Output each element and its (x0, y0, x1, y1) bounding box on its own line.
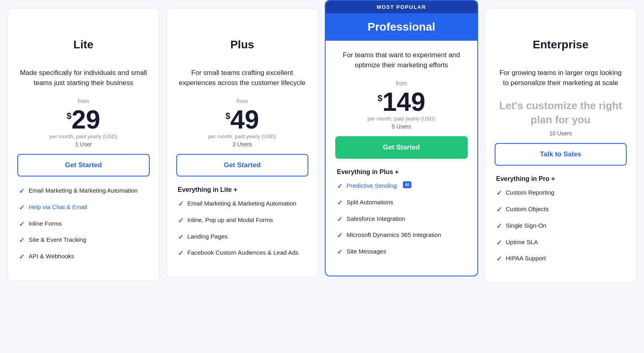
check-icon-lite-2: ✓ (19, 220, 25, 229)
price-period-professional: per month, paid yearly (USD) (367, 116, 435, 122)
check-icon-enterprise-0: ✓ (496, 189, 502, 198)
feature-item-lite-1: ✓ Help via Chat & Email (19, 203, 148, 213)
price-amount-plus: 49 (230, 107, 259, 133)
feature-text-plus-1: Inline, Pop up and Modal Forms (188, 216, 273, 224)
check-icon-plus-2: ✓ (178, 233, 184, 242)
plan-description-plus: For small teams crafting excellent exper… (167, 58, 318, 95)
feature-item-enterprise-2: ✓ Single Sign-On (496, 221, 625, 231)
feature-item-plus-1: ✓ Inline, Pop up and Modal Forms (178, 216, 307, 226)
price-dollar-plus: $ (225, 111, 230, 121)
feature-text-lite-3: Site & Event Tracking (29, 235, 86, 244)
plan-name-enterprise: Enterprise (485, 26, 637, 58)
cta-button-plus[interactable]: Get Started (176, 154, 309, 176)
feature-item-plus-2: ✓ Landing Pages (178, 232, 307, 242)
price-row-lite: $ 29 (67, 107, 100, 133)
most-popular-badge: MOST POPULAR (326, 1, 477, 13)
feature-text-enterprise-1: Custom Objects (506, 205, 549, 213)
plan-description-enterprise: For growing teams in larger orgs looking… (485, 58, 637, 95)
cta-button-lite[interactable]: Get Started (17, 154, 150, 176)
plan-description-professional: For teams that want to experiment and op… (326, 41, 477, 77)
ai-badge-professional-0: AI (403, 181, 411, 188)
everything-label-plus: Everything in Lite + (167, 186, 249, 199)
plan-card-plus: PlusFor small teams crafting excellent e… (166, 8, 319, 277)
feature-link-lite-1: Help via Chat & Email (29, 203, 87, 211)
price-period-plus: per month, paid yearly (USD) (208, 133, 276, 139)
price-amount-professional: 149 (382, 89, 425, 115)
price-period-lite: per month, paid yearly (USD) (50, 133, 117, 139)
plan-name-plus: Plus (167, 26, 318, 58)
feature-list-enterprise: ✓ Custom Reporting ✓ Custom Objects ✓ Si… (485, 188, 637, 270)
price-amount-lite: 29 (72, 107, 100, 133)
feature-text-enterprise-0: Custom Reporting (506, 188, 555, 197)
feature-link-professional-0: Predictive Sending (347, 181, 397, 190)
price-row-professional: $ 149 (378, 89, 425, 115)
check-icon-plus-0: ✓ (178, 199, 184, 209)
feature-text-enterprise-2: Single Sign-On (506, 221, 547, 230)
users-label-professional: 5 Users (392, 123, 411, 130)
check-icon-lite-3: ✓ (19, 236, 25, 245)
from-label-lite: from (78, 98, 89, 104)
feature-item-plus-3: ✓ Facebook Custom Audiences & Lead Ads (178, 248, 307, 258)
plan-card-professional: MOST POPULARProfessionalFor teams that w… (325, 0, 478, 276)
feature-item-lite-4: ✓ API & Webhooks (19, 252, 148, 262)
feature-item-professional-3: ✓ Microsoft Dynamics 365 Integration (337, 230, 466, 241)
check-icon-lite-4: ✓ (19, 252, 25, 262)
feature-item-enterprise-4: ✓ HIPAA Support (496, 254, 625, 264)
feature-item-enterprise-1: ✓ Custom Objects (496, 205, 625, 215)
feature-text-professional-3: Microsoft Dynamics 365 Integration (347, 230, 441, 239)
feature-item-enterprise-3: ✓ Uptime SLA (496, 238, 625, 248)
feature-text-professional-1: Split Automations (347, 198, 393, 206)
feature-text-enterprise-3: Uptime SLA (506, 238, 538, 246)
check-icon-professional-0: ✓ (337, 182, 343, 191)
check-icon-enterprise-1: ✓ (496, 205, 502, 215)
feature-item-lite-3: ✓ Site & Event Tracking (19, 235, 148, 245)
plan-name-professional: Professional (326, 13, 477, 41)
feature-text-lite-2: Inline Forms (29, 219, 62, 228)
users-label-lite: 1 User (75, 141, 92, 147)
from-label-professional: from (396, 80, 407, 87)
check-icon-plus-1: ✓ (178, 216, 184, 226)
feature-item-professional-1: ✓ Split Automations (337, 198, 466, 208)
plan-description-lite: Made specifically for individuals and sm… (8, 58, 159, 95)
check-icon-professional-3: ✓ (337, 231, 343, 241)
feature-text-lite-4: API & Webhooks (29, 252, 74, 260)
pricing-container: LiteMade specifically for individuals an… (0, 0, 644, 353)
feature-item-lite-0: ✓ Email Marketing & Marketing Automation (19, 186, 148, 196)
feature-text-plus-2: Landing Pages (188, 232, 228, 241)
from-label-plus: from (237, 98, 248, 104)
plan-card-enterprise: EnterpriseFor growing teams in larger or… (485, 8, 637, 283)
check-icon-enterprise-2: ✓ (496, 222, 502, 231)
customize-text-enterprise: Let's customize the right plan for you (485, 95, 637, 130)
feature-item-professional-4: ✓ Site Messages (337, 247, 466, 257)
feature-text-enterprise-4: HIPAA Support (506, 254, 546, 262)
feature-item-lite-2: ✓ Inline Forms (19, 219, 148, 229)
check-icon-enterprise-4: ✓ (496, 254, 502, 264)
feature-list-lite: ✓ Email Marketing & Marketing Automation… (8, 186, 159, 268)
feature-item-plus-0: ✓ Email Marketing & Marketing Automation (178, 199, 307, 209)
everything-label-enterprise: Everything in Pro + (485, 175, 566, 188)
feature-text-professional-2: Salesforce Integration (347, 214, 405, 223)
feature-item-enterprise-0: ✓ Custom Reporting (496, 188, 625, 198)
price-row-plus: $ 49 (225, 107, 259, 133)
plan-card-lite: LiteMade specifically for individuals an… (7, 8, 160, 281)
cta-button-enterprise[interactable]: Talk to Sales (495, 143, 627, 166)
users-label-enterprise: 10 Users (549, 130, 572, 137)
check-icon-professional-2: ✓ (337, 215, 343, 224)
feature-text-plus-3: Facebook Custom Audiences & Lead Ads (188, 248, 299, 257)
check-icon-professional-1: ✓ (337, 198, 343, 208)
plan-name-lite: Lite (8, 26, 159, 58)
check-icon-lite-0: ✓ (19, 187, 25, 196)
users-label-plus: 3 Users (233, 141, 252, 147)
feature-text-professional-4: Site Messages (347, 247, 386, 255)
feature-list-professional: ✓ Predictive SendingAI ✓ Split Automatio… (326, 181, 477, 264)
price-dollar-lite: $ (67, 111, 72, 121)
check-icon-plus-3: ✓ (178, 249, 184, 258)
check-icon-professional-4: ✓ (337, 247, 343, 257)
check-icon-lite-1: ✓ (19, 203, 25, 213)
cta-button-professional[interactable]: Get Started (335, 136, 468, 159)
feature-item-professional-2: ✓ Salesforce Integration (337, 214, 466, 224)
feature-item-professional-0: ✓ Predictive SendingAI (337, 181, 466, 191)
check-icon-enterprise-3: ✓ (496, 238, 502, 248)
feature-text-lite-0: Email Marketing & Marketing Automation (29, 186, 138, 195)
price-dollar-professional: $ (378, 93, 382, 104)
